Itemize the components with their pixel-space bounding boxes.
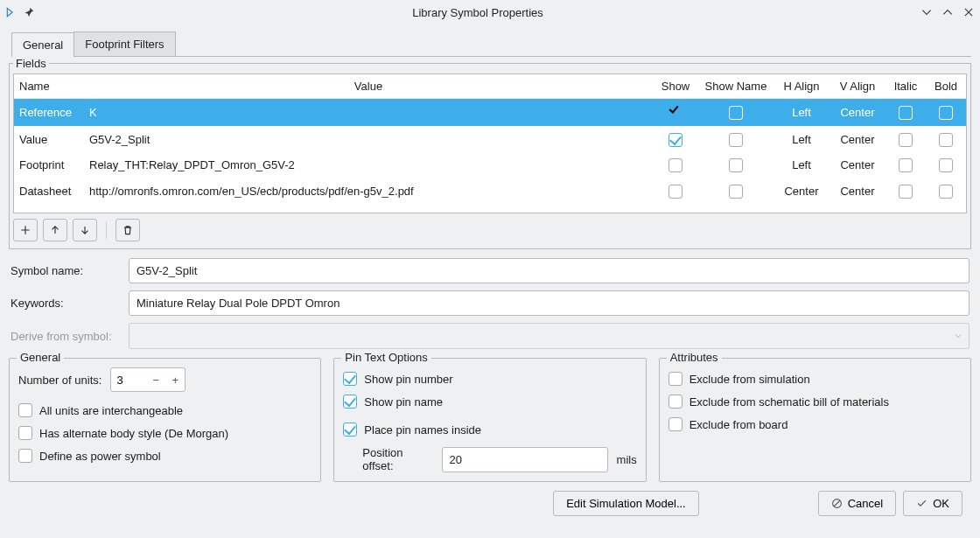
cell-bold-checkbox[interactable] xyxy=(939,133,953,147)
exclude-sim-checkbox[interactable] xyxy=(668,372,682,386)
cell-value[interactable]: http://omronfs.omron.com/en_US/ecb/produ… xyxy=(84,178,653,205)
cell-halign[interactable]: Center xyxy=(774,178,830,205)
symbol-name-input[interactable] xyxy=(129,258,970,283)
cell-show[interactable] xyxy=(653,99,698,127)
col-header-halign[interactable]: H Align xyxy=(774,74,830,99)
col-header-italic[interactable]: Italic xyxy=(886,74,926,99)
col-header-name[interactable]: Name xyxy=(14,74,84,99)
cell-italic-checkbox[interactable] xyxy=(899,185,913,199)
number-of-units-label: Number of units: xyxy=(18,374,102,387)
cell-bold-checkbox[interactable] xyxy=(939,106,953,120)
all-units-interchangeable-checkbox[interactable] xyxy=(18,403,32,417)
cell-name[interactable]: Reference xyxy=(14,99,84,127)
cell-show-name-checkbox[interactable] xyxy=(729,133,743,147)
cell-valign[interactable]: Center xyxy=(830,178,886,205)
fields-grid[interactable]: Name Value Show Show Name H Align V Alig… xyxy=(13,73,967,213)
col-header-show-name[interactable]: Show Name xyxy=(698,74,774,99)
cell-valign[interactable]: Center xyxy=(830,99,886,127)
cell-show[interactable] xyxy=(653,152,698,178)
cell-valign[interactable]: Center xyxy=(830,127,886,153)
cell-bold-checkbox[interactable] xyxy=(939,185,953,199)
close-icon[interactable] xyxy=(962,6,975,18)
cell-show-checkbox[interactable] xyxy=(668,185,682,199)
exclude-board-checkbox[interactable] xyxy=(668,417,682,431)
cell-show-name-checkbox[interactable] xyxy=(729,158,743,172)
cell-name[interactable]: Datasheet xyxy=(14,178,84,205)
number-of-units-spinner[interactable]: − + xyxy=(110,367,186,392)
cell-value[interactable]: G5V-2_Split xyxy=(84,127,653,153)
show-pin-name-checkbox[interactable] xyxy=(343,395,357,409)
table-row[interactable]: Datasheethttp://omronfs.omron.com/en_US/… xyxy=(14,178,966,205)
delete-field-button[interactable] xyxy=(116,219,140,241)
move-down-button[interactable] xyxy=(73,219,97,241)
power-symbol-label: Define as power symbol xyxy=(39,450,161,463)
cell-show[interactable] xyxy=(653,127,698,153)
cell-show-checkbox[interactable] xyxy=(668,158,682,172)
cell-show[interactable] xyxy=(653,178,698,205)
cell-show-name[interactable] xyxy=(698,127,774,153)
maximize-icon[interactable] xyxy=(942,6,954,18)
cell-halign[interactable]: Left xyxy=(774,127,830,153)
exclude-bom-checkbox[interactable] xyxy=(668,395,682,409)
app-icon xyxy=(5,6,18,18)
cell-bold[interactable] xyxy=(926,178,966,205)
keywords-input[interactable] xyxy=(129,290,970,316)
table-row[interactable]: FootprintRelay_THT:Relay_DPDT_Omron_G5V-… xyxy=(14,152,966,178)
move-up-button[interactable] xyxy=(43,219,67,241)
number-of-units-value[interactable] xyxy=(111,374,146,387)
tab-footprint-filters[interactable]: Footprint Filters xyxy=(74,31,175,56)
keywords-label: Keywords: xyxy=(10,297,129,310)
place-pin-names-inside-checkbox[interactable] xyxy=(343,423,357,437)
minimize-icon[interactable] xyxy=(920,6,933,18)
col-header-value[interactable]: Value xyxy=(84,74,653,99)
general-group-title: General xyxy=(17,351,64,364)
col-header-bold[interactable]: Bold xyxy=(926,74,966,99)
cell-italic-checkbox[interactable] xyxy=(899,133,913,147)
cell-show-name[interactable] xyxy=(698,99,774,127)
cell-show-name[interactable] xyxy=(698,178,774,205)
cell-bold[interactable] xyxy=(926,152,966,178)
cell-show-checkbox[interactable] xyxy=(668,133,682,147)
pin-icon[interactable] xyxy=(23,6,35,18)
spinner-plus-icon[interactable]: + xyxy=(165,374,185,387)
pin-text-group: Pin Text Options Show pin number Show pi… xyxy=(333,358,646,482)
show-pin-number-checkbox[interactable] xyxy=(343,372,357,386)
cell-italic[interactable] xyxy=(886,127,926,153)
spinner-minus-icon[interactable]: − xyxy=(146,374,165,387)
cell-show-name-checkbox[interactable] xyxy=(729,106,743,120)
cell-name[interactable]: Value xyxy=(14,127,84,153)
col-header-valign[interactable]: V Align xyxy=(830,74,886,99)
position-offset-unit: mils xyxy=(617,453,637,466)
tab-general[interactable]: General xyxy=(11,32,74,57)
alternate-body-checkbox[interactable] xyxy=(18,426,32,440)
attributes-group-title: Attributes xyxy=(667,351,722,364)
cell-italic[interactable] xyxy=(886,152,926,178)
cell-italic-checkbox[interactable] xyxy=(899,106,913,120)
position-offset-input[interactable] xyxy=(442,447,608,472)
cell-name[interactable]: Footprint xyxy=(14,152,84,178)
cell-bold[interactable] xyxy=(926,127,966,153)
ok-button[interactable]: OK xyxy=(903,491,962,516)
derive-from-label: Derive from symbol: xyxy=(10,330,129,343)
cell-valign[interactable]: Center xyxy=(830,152,886,178)
add-field-button[interactable] xyxy=(13,219,38,241)
titlebar: Library Symbol Properties xyxy=(0,0,980,24)
cancel-button[interactable]: Cancel xyxy=(818,491,896,516)
table-row[interactable]: ValueG5V-2_SplitLeftCenter xyxy=(14,127,966,153)
cell-value[interactable]: Relay_THT:Relay_DPDT_Omron_G5V-2 xyxy=(84,152,653,178)
cell-italic-checkbox[interactable] xyxy=(899,158,913,172)
power-symbol-checkbox[interactable] xyxy=(18,449,32,463)
cell-halign[interactable]: Left xyxy=(774,152,830,178)
edit-simulation-model-button[interactable]: Edit Simulation Model... xyxy=(553,491,699,516)
cell-show-name[interactable] xyxy=(698,152,774,178)
col-header-show[interactable]: Show xyxy=(653,74,698,99)
cell-italic[interactable] xyxy=(886,99,926,127)
table-row[interactable]: ReferenceKLeftCenter xyxy=(14,99,966,127)
cell-bold[interactable] xyxy=(926,99,966,127)
cell-show-name-checkbox[interactable] xyxy=(729,185,743,199)
derive-from-select[interactable] xyxy=(129,323,970,349)
cell-italic[interactable] xyxy=(886,178,926,205)
cell-halign[interactable]: Left xyxy=(774,99,830,127)
cell-value[interactable]: K xyxy=(84,99,653,127)
cell-bold-checkbox[interactable] xyxy=(939,158,953,172)
